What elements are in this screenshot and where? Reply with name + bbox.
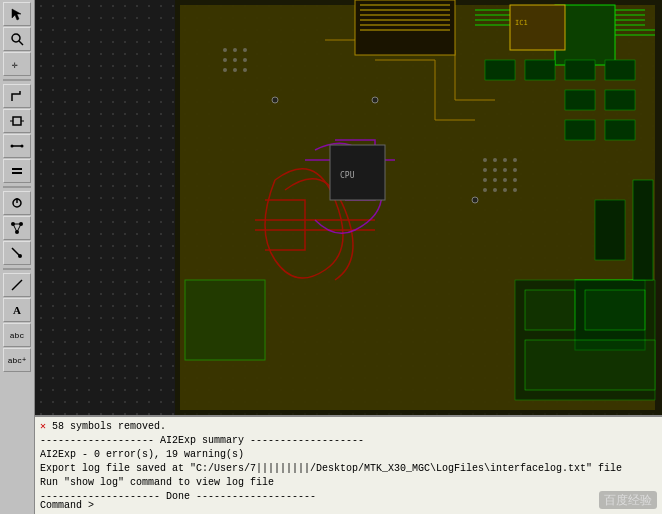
svg-point-9 [21, 145, 24, 148]
watermark: 百度经验 [599, 492, 657, 509]
svg-line-20 [12, 248, 19, 255]
svg-point-1 [12, 34, 20, 42]
svg-point-69 [483, 168, 487, 172]
svg-line-19 [17, 224, 21, 232]
svg-rect-92 [633, 180, 653, 280]
zoom-btn[interactable] [3, 27, 31, 51]
svg-rect-55 [525, 340, 655, 390]
left-toolbar: ✛ A abc abc+ [0, 0, 35, 514]
svg-rect-93 [595, 200, 625, 260]
pcb-svg: CPU IC1 [175, 0, 662, 415]
svg-rect-54 [585, 290, 645, 330]
svg-point-72 [513, 168, 517, 172]
select-tool-btn[interactable] [3, 2, 31, 26]
svg-point-64 [243, 68, 247, 72]
console-line-5: Run "show log" command to view log file [40, 476, 657, 490]
svg-point-79 [503, 188, 507, 192]
svg-point-58 [243, 48, 247, 52]
svg-point-43 [472, 197, 478, 203]
svg-rect-50 [565, 120, 595, 140]
svg-rect-33 [185, 280, 265, 360]
svg-point-59 [223, 58, 227, 62]
svg-point-65 [483, 158, 487, 162]
svg-point-75 [503, 178, 507, 182]
svg-rect-53 [525, 290, 575, 330]
svg-point-41 [272, 97, 278, 103]
svg-point-74 [493, 178, 497, 182]
netlist-btn[interactable] [3, 216, 31, 240]
svg-point-60 [233, 58, 237, 62]
svg-line-2 [19, 41, 23, 45]
bus-btn[interactable] [3, 159, 31, 183]
svg-text:CPU: CPU [340, 171, 355, 180]
svg-point-8 [11, 145, 14, 148]
svg-text:IC1: IC1 [515, 19, 528, 27]
line-btn[interactable] [3, 273, 31, 297]
svg-point-71 [503, 168, 507, 172]
console-panel: ✕ 58 symbols removed. ------------------… [35, 415, 662, 514]
svg-rect-46 [565, 60, 595, 80]
svg-marker-0 [12, 9, 21, 20]
console-content: ✕ 58 symbols removed. ------------------… [35, 417, 662, 507]
label-btn[interactable]: abc [3, 323, 31, 347]
svg-rect-81 [355, 0, 455, 55]
svg-rect-88 [330, 145, 385, 200]
pcb-canvas[interactable]: CPU IC1 [35, 0, 662, 415]
svg-point-66 [493, 158, 497, 162]
svg-text:✛: ✛ [12, 60, 18, 71]
svg-point-80 [513, 188, 517, 192]
toolbar-sep-2 [3, 186, 31, 188]
console-line-1: ✕ 58 symbols removed. [40, 420, 657, 434]
svg-point-76 [513, 178, 517, 182]
pin-btn[interactable] [3, 241, 31, 265]
svg-point-78 [493, 188, 497, 192]
svg-rect-48 [605, 90, 635, 110]
toolbar-sep-1 [3, 79, 31, 81]
svg-point-67 [503, 158, 507, 162]
svg-point-68 [513, 158, 517, 162]
svg-point-62 [223, 68, 227, 72]
svg-point-61 [243, 58, 247, 62]
svg-point-57 [233, 48, 237, 52]
svg-rect-49 [565, 90, 595, 110]
svg-point-42 [372, 97, 378, 103]
svg-rect-4 [13, 117, 21, 125]
toolbar-sep-3 [3, 268, 31, 270]
svg-point-77 [483, 188, 487, 192]
svg-point-63 [233, 68, 237, 72]
component-btn[interactable] [3, 109, 31, 133]
svg-rect-44 [485, 60, 515, 80]
console-line-4: Export log file saved at "C:/Users/7||||… [40, 462, 657, 476]
command-prompt-line: Command > [40, 500, 300, 511]
svg-point-56 [223, 48, 227, 52]
svg-rect-51 [605, 120, 635, 140]
text-btn[interactable]: A [3, 298, 31, 322]
add-label-btn[interactable]: abc+ [3, 348, 31, 372]
svg-point-73 [483, 178, 487, 182]
svg-point-21 [18, 254, 22, 258]
console-line-3: AI2Exp - 0 error(s), 19 warning(s) [40, 448, 657, 462]
power-btn[interactable] [3, 191, 31, 215]
console-line-2: ------------------- AI2Exp summary -----… [40, 434, 657, 448]
svg-rect-90 [510, 5, 565, 50]
pan-btn[interactable]: ✛ [3, 52, 31, 76]
svg-line-22 [12, 280, 22, 290]
command-input[interactable] [100, 500, 300, 511]
wire-btn[interactable] [3, 134, 31, 158]
route-btn[interactable] [3, 84, 31, 108]
svg-rect-47 [605, 60, 635, 80]
svg-line-18 [13, 224, 17, 232]
svg-rect-45 [525, 60, 555, 80]
svg-point-70 [493, 168, 497, 172]
error-marker: ✕ [40, 421, 52, 432]
